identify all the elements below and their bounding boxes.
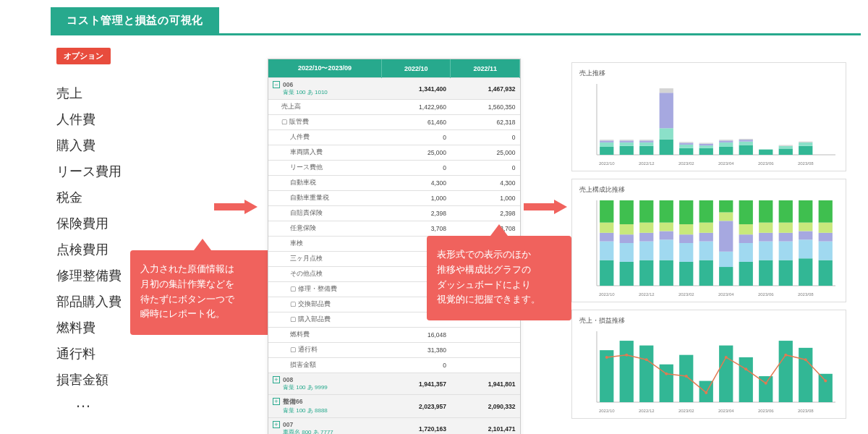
chart-title: 売上・損益推移 xyxy=(579,316,838,326)
svg-rect-99 xyxy=(799,258,812,286)
chart-card: 売上・損益推移2022/102022/122023/022023/042023/… xyxy=(571,310,846,419)
svg-point-135 xyxy=(725,356,728,359)
svg-rect-22 xyxy=(699,148,713,155)
chart-card: 売上構成比推移2022/102022/122023/022023/042023/… xyxy=(571,179,846,302)
table-row: ▢ 販管費61,46062,318 xyxy=(268,115,520,130)
svg-point-132 xyxy=(665,373,668,375)
svg-rect-38 xyxy=(799,146,812,155)
category-list: 売上人件費購入費リース費用税金保険費用点検費用修理整備費部品購入費燃料費通行料損… xyxy=(56,80,223,393)
svg-point-134 xyxy=(705,391,707,394)
svg-rect-103 xyxy=(799,200,812,223)
table-row: 自動車重量税1,0001,000 xyxy=(268,191,520,206)
expand-icon[interactable]: + xyxy=(273,398,280,405)
svg-rect-7 xyxy=(620,142,634,146)
svg-rect-107 xyxy=(819,223,833,233)
svg-rect-11 xyxy=(639,142,653,146)
title-rule xyxy=(51,33,861,35)
svg-rect-56 xyxy=(620,234,634,243)
svg-rect-61 xyxy=(639,233,653,242)
svg-rect-98 xyxy=(779,200,793,223)
svg-rect-24 xyxy=(699,144,713,145)
vehicle-link[interactable]: 青葉 100 あ 8888 xyxy=(283,407,377,414)
expand-icon[interactable]: + xyxy=(273,421,280,428)
table-row: ▢ 通行料31,380 xyxy=(268,343,520,358)
svg-rect-77 xyxy=(699,223,713,233)
svg-rect-126 xyxy=(779,341,793,402)
category-item: 購入費 xyxy=(56,132,223,158)
svg-text:2023/06: 2023/06 xyxy=(758,161,774,166)
category-item: 売上 xyxy=(56,80,223,106)
svg-rect-88 xyxy=(739,200,753,224)
svg-text:2022/10: 2022/10 xyxy=(599,161,615,166)
svg-rect-62 xyxy=(639,223,653,233)
svg-point-136 xyxy=(744,367,747,370)
svg-rect-58 xyxy=(620,200,634,224)
svg-rect-71 xyxy=(679,234,693,243)
category-more-icon: … xyxy=(75,393,223,412)
svg-rect-20 xyxy=(679,142,693,144)
table-section-row[interactable]: +007車両名 800 あ 77771,720,1632,101,471 xyxy=(268,418,520,435)
svg-rect-83 xyxy=(719,200,733,213)
expand-icon[interactable]: − xyxy=(273,81,280,88)
page-title: コスト管理と損益の可視化 xyxy=(51,7,219,33)
table-row: リース費他00 xyxy=(268,161,520,176)
svg-text:2023/04: 2023/04 xyxy=(718,161,734,166)
svg-rect-31 xyxy=(739,142,753,145)
svg-rect-52 xyxy=(600,223,613,233)
svg-rect-70 xyxy=(679,243,693,262)
svg-rect-9 xyxy=(620,140,634,140)
expand-icon[interactable]: + xyxy=(273,376,280,383)
svg-rect-59 xyxy=(639,260,653,286)
svg-rect-26 xyxy=(719,147,733,155)
vehicle-link[interactable]: 青葉 100 あ 1010 xyxy=(283,88,377,96)
table-section-row[interactable]: −006青葉 100 あ 10101,341,4001,467,932 xyxy=(268,78,520,100)
svg-text:2022/10: 2022/10 xyxy=(599,292,615,297)
svg-rect-72 xyxy=(679,224,693,234)
callout-right: 表形式での表示のほか推移や構成比グラフのダッシュボードにより視覚的に把握できます… xyxy=(427,236,571,320)
svg-rect-40 xyxy=(799,142,812,142)
svg-rect-36 xyxy=(779,146,793,149)
svg-rect-57 xyxy=(620,224,634,234)
table-section-row[interactable]: +整備66青葉 100 あ 88882,023,9572,090,332 xyxy=(268,395,520,418)
page-title-bar: コスト管理と損益の可視化 xyxy=(51,7,861,33)
svg-rect-39 xyxy=(799,142,812,146)
svg-rect-55 xyxy=(620,243,634,262)
svg-point-129 xyxy=(605,356,608,359)
table-row: 燃料費16,048 xyxy=(268,328,520,343)
svg-rect-54 xyxy=(620,262,634,286)
svg-rect-14 xyxy=(660,140,673,155)
svg-rect-85 xyxy=(739,243,753,262)
svg-rect-13 xyxy=(639,140,653,140)
table-section-row[interactable]: +008青葉 100 あ 99991,941,3571,941,801 xyxy=(268,373,520,395)
svg-rect-6 xyxy=(620,146,634,155)
category-item: 損害金額 xyxy=(56,367,223,393)
svg-rect-104 xyxy=(819,260,833,286)
svg-text:2023/02: 2023/02 xyxy=(678,409,694,413)
svg-rect-91 xyxy=(759,233,773,242)
table-row: 車両購入費25,00025,000 xyxy=(268,145,520,161)
table-header: 2022/11 xyxy=(451,59,520,78)
svg-rect-65 xyxy=(660,239,673,260)
svg-rect-124 xyxy=(739,357,753,402)
chart-area: 2022/102022/122023/022023/042023/062023/… xyxy=(579,328,838,415)
svg-rect-121 xyxy=(679,355,693,402)
svg-rect-4 xyxy=(600,140,613,142)
svg-rect-19 xyxy=(679,145,693,148)
category-item: 税金 xyxy=(56,184,223,210)
table-row: 自賠責保険2,3982,398 xyxy=(268,206,520,221)
svg-text:2023/02: 2023/02 xyxy=(678,292,694,297)
vehicle-link[interactable]: 車両名 800 あ 7777 xyxy=(283,428,377,434)
svg-rect-30 xyxy=(739,145,753,155)
svg-rect-23 xyxy=(699,145,713,148)
svg-rect-35 xyxy=(779,148,793,155)
svg-rect-37 xyxy=(779,145,793,146)
svg-text:2023/08: 2023/08 xyxy=(798,409,814,413)
svg-text:2022/10: 2022/10 xyxy=(599,409,615,413)
vehicle-link[interactable]: 青葉 100 あ 9999 xyxy=(283,383,377,391)
svg-text:2023/08: 2023/08 xyxy=(798,161,814,166)
svg-rect-63 xyxy=(639,200,653,223)
arrow-right-icon xyxy=(524,200,567,214)
svg-rect-94 xyxy=(779,260,793,286)
svg-rect-79 xyxy=(719,267,733,286)
svg-rect-29 xyxy=(719,140,733,140)
